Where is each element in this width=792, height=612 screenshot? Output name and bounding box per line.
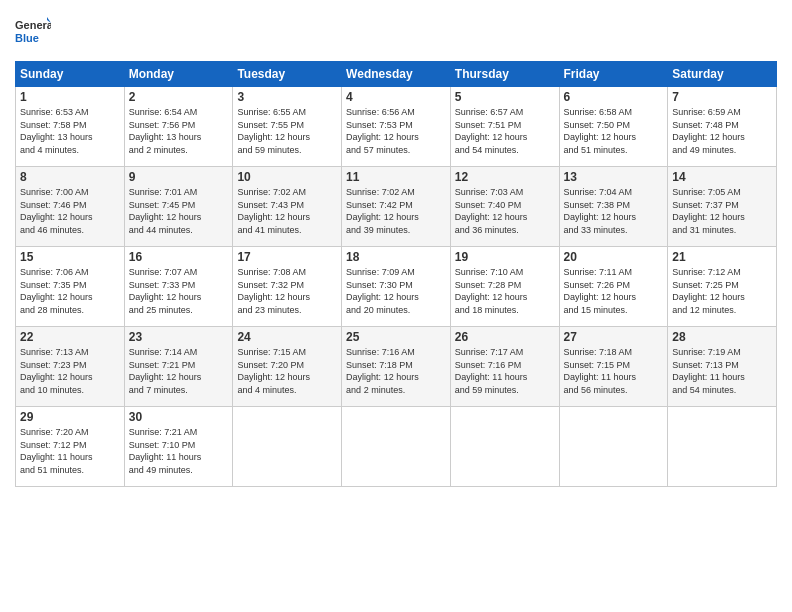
day-number: 16	[129, 250, 229, 264]
day-info: Sunrise: 7:00 AM Sunset: 7:46 PM Dayligh…	[20, 186, 120, 236]
day-info: Sunrise: 7:17 AM Sunset: 7:16 PM Dayligh…	[455, 346, 555, 396]
col-header-wednesday: Wednesday	[342, 62, 451, 87]
calendar-cell: 2Sunrise: 6:54 AM Sunset: 7:56 PM Daylig…	[124, 87, 233, 167]
calendar-cell: 23Sunrise: 7:14 AM Sunset: 7:21 PM Dayli…	[124, 327, 233, 407]
day-info: Sunrise: 6:53 AM Sunset: 7:58 PM Dayligh…	[20, 106, 120, 156]
day-info: Sunrise: 7:02 AM Sunset: 7:42 PM Dayligh…	[346, 186, 446, 236]
day-number: 2	[129, 90, 229, 104]
day-number: 1	[20, 90, 120, 104]
calendar-header-row: SundayMondayTuesdayWednesdayThursdayFrid…	[16, 62, 777, 87]
day-info: Sunrise: 7:09 AM Sunset: 7:30 PM Dayligh…	[346, 266, 446, 316]
calendar-cell: 22Sunrise: 7:13 AM Sunset: 7:23 PM Dayli…	[16, 327, 125, 407]
day-number: 29	[20, 410, 120, 424]
day-info: Sunrise: 6:57 AM Sunset: 7:51 PM Dayligh…	[455, 106, 555, 156]
day-info: Sunrise: 7:13 AM Sunset: 7:23 PM Dayligh…	[20, 346, 120, 396]
day-number: 8	[20, 170, 120, 184]
calendar-cell: 1Sunrise: 6:53 AM Sunset: 7:58 PM Daylig…	[16, 87, 125, 167]
day-number: 13	[564, 170, 664, 184]
col-header-friday: Friday	[559, 62, 668, 87]
day-info: Sunrise: 7:03 AM Sunset: 7:40 PM Dayligh…	[455, 186, 555, 236]
day-number: 24	[237, 330, 337, 344]
day-info: Sunrise: 7:12 AM Sunset: 7:25 PM Dayligh…	[672, 266, 772, 316]
calendar-cell	[668, 407, 777, 487]
calendar-cell: 27Sunrise: 7:18 AM Sunset: 7:15 PM Dayli…	[559, 327, 668, 407]
day-info: Sunrise: 7:20 AM Sunset: 7:12 PM Dayligh…	[20, 426, 120, 476]
day-info: Sunrise: 7:19 AM Sunset: 7:13 PM Dayligh…	[672, 346, 772, 396]
day-number: 28	[672, 330, 772, 344]
col-header-thursday: Thursday	[450, 62, 559, 87]
calendar-cell: 15Sunrise: 7:06 AM Sunset: 7:35 PM Dayli…	[16, 247, 125, 327]
day-number: 18	[346, 250, 446, 264]
calendar-cell: 26Sunrise: 7:17 AM Sunset: 7:16 PM Dayli…	[450, 327, 559, 407]
calendar-cell: 29Sunrise: 7:20 AM Sunset: 7:12 PM Dayli…	[16, 407, 125, 487]
day-info: Sunrise: 7:16 AM Sunset: 7:18 PM Dayligh…	[346, 346, 446, 396]
day-number: 6	[564, 90, 664, 104]
calendar-cell	[233, 407, 342, 487]
calendar-cell: 24Sunrise: 7:15 AM Sunset: 7:20 PM Dayli…	[233, 327, 342, 407]
calendar-cell	[450, 407, 559, 487]
day-info: Sunrise: 7:18 AM Sunset: 7:15 PM Dayligh…	[564, 346, 664, 396]
calendar-cell: 13Sunrise: 7:04 AM Sunset: 7:38 PM Dayli…	[559, 167, 668, 247]
logo: General Blue	[15, 15, 51, 51]
col-header-sunday: Sunday	[16, 62, 125, 87]
day-number: 7	[672, 90, 772, 104]
day-info: Sunrise: 7:14 AM Sunset: 7:21 PM Dayligh…	[129, 346, 229, 396]
day-info: Sunrise: 7:01 AM Sunset: 7:45 PM Dayligh…	[129, 186, 229, 236]
day-number: 23	[129, 330, 229, 344]
calendar-week-row: 22Sunrise: 7:13 AM Sunset: 7:23 PM Dayli…	[16, 327, 777, 407]
day-info: Sunrise: 7:07 AM Sunset: 7:33 PM Dayligh…	[129, 266, 229, 316]
calendar-cell: 7Sunrise: 6:59 AM Sunset: 7:48 PM Daylig…	[668, 87, 777, 167]
day-info: Sunrise: 6:55 AM Sunset: 7:55 PM Dayligh…	[237, 106, 337, 156]
calendar-cell: 28Sunrise: 7:19 AM Sunset: 7:13 PM Dayli…	[668, 327, 777, 407]
calendar-cell: 20Sunrise: 7:11 AM Sunset: 7:26 PM Dayli…	[559, 247, 668, 327]
calendar-cell: 8Sunrise: 7:00 AM Sunset: 7:46 PM Daylig…	[16, 167, 125, 247]
col-header-saturday: Saturday	[668, 62, 777, 87]
calendar-cell: 17Sunrise: 7:08 AM Sunset: 7:32 PM Dayli…	[233, 247, 342, 327]
day-number: 27	[564, 330, 664, 344]
day-number: 14	[672, 170, 772, 184]
day-info: Sunrise: 7:11 AM Sunset: 7:26 PM Dayligh…	[564, 266, 664, 316]
calendar-week-row: 1Sunrise: 6:53 AM Sunset: 7:58 PM Daylig…	[16, 87, 777, 167]
day-info: Sunrise: 7:10 AM Sunset: 7:28 PM Dayligh…	[455, 266, 555, 316]
calendar-cell: 14Sunrise: 7:05 AM Sunset: 7:37 PM Dayli…	[668, 167, 777, 247]
day-info: Sunrise: 6:54 AM Sunset: 7:56 PM Dayligh…	[129, 106, 229, 156]
day-info: Sunrise: 7:04 AM Sunset: 7:38 PM Dayligh…	[564, 186, 664, 236]
day-number: 4	[346, 90, 446, 104]
calendar-cell: 30Sunrise: 7:21 AM Sunset: 7:10 PM Dayli…	[124, 407, 233, 487]
day-number: 5	[455, 90, 555, 104]
calendar-cell: 4Sunrise: 6:56 AM Sunset: 7:53 PM Daylig…	[342, 87, 451, 167]
day-number: 25	[346, 330, 446, 344]
day-info: Sunrise: 7:21 AM Sunset: 7:10 PM Dayligh…	[129, 426, 229, 476]
day-number: 3	[237, 90, 337, 104]
calendar-cell: 10Sunrise: 7:02 AM Sunset: 7:43 PM Dayli…	[233, 167, 342, 247]
day-info: Sunrise: 7:06 AM Sunset: 7:35 PM Dayligh…	[20, 266, 120, 316]
header: General Blue	[15, 15, 777, 51]
calendar-cell: 19Sunrise: 7:10 AM Sunset: 7:28 PM Dayli…	[450, 247, 559, 327]
day-info: Sunrise: 7:15 AM Sunset: 7:20 PM Dayligh…	[237, 346, 337, 396]
calendar-cell: 21Sunrise: 7:12 AM Sunset: 7:25 PM Dayli…	[668, 247, 777, 327]
calendar-week-row: 15Sunrise: 7:06 AM Sunset: 7:35 PM Dayli…	[16, 247, 777, 327]
calendar-cell: 25Sunrise: 7:16 AM Sunset: 7:18 PM Dayli…	[342, 327, 451, 407]
day-info: Sunrise: 6:58 AM Sunset: 7:50 PM Dayligh…	[564, 106, 664, 156]
day-number: 30	[129, 410, 229, 424]
day-info: Sunrise: 7:02 AM Sunset: 7:43 PM Dayligh…	[237, 186, 337, 236]
day-number: 20	[564, 250, 664, 264]
day-number: 10	[237, 170, 337, 184]
calendar-cell: 3Sunrise: 6:55 AM Sunset: 7:55 PM Daylig…	[233, 87, 342, 167]
day-number: 26	[455, 330, 555, 344]
logo-svg: General Blue	[15, 15, 51, 51]
day-number: 15	[20, 250, 120, 264]
calendar: SundayMondayTuesdayWednesdayThursdayFrid…	[15, 61, 777, 487]
calendar-cell: 12Sunrise: 7:03 AM Sunset: 7:40 PM Dayli…	[450, 167, 559, 247]
day-number: 22	[20, 330, 120, 344]
day-number: 17	[237, 250, 337, 264]
calendar-cell	[342, 407, 451, 487]
calendar-cell: 16Sunrise: 7:07 AM Sunset: 7:33 PM Dayli…	[124, 247, 233, 327]
calendar-cell: 9Sunrise: 7:01 AM Sunset: 7:45 PM Daylig…	[124, 167, 233, 247]
calendar-cell: 5Sunrise: 6:57 AM Sunset: 7:51 PM Daylig…	[450, 87, 559, 167]
col-header-monday: Monday	[124, 62, 233, 87]
calendar-cell	[559, 407, 668, 487]
day-number: 11	[346, 170, 446, 184]
day-info: Sunrise: 7:05 AM Sunset: 7:37 PM Dayligh…	[672, 186, 772, 236]
day-number: 9	[129, 170, 229, 184]
